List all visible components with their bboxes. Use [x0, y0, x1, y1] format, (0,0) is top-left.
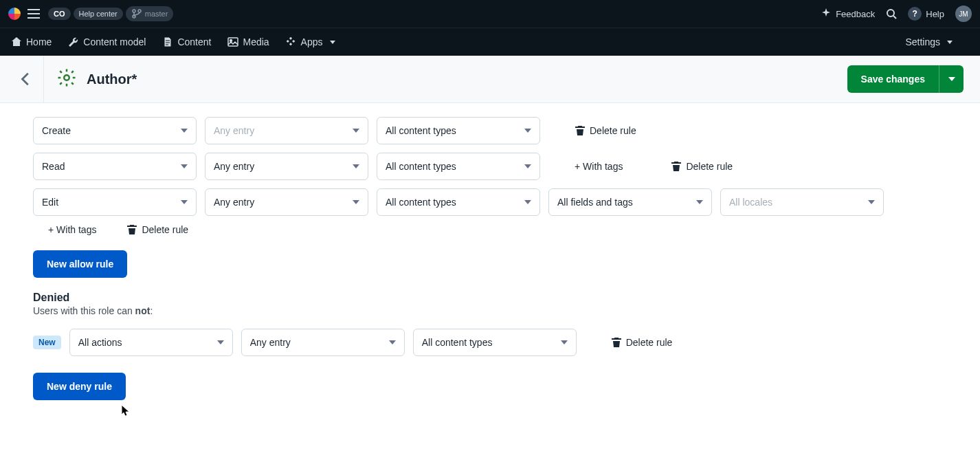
feedback-link[interactable]: Feedback — [821, 8, 875, 19]
scope-select[interactable]: Any entry — [205, 188, 368, 216]
select-value: All actions — [78, 337, 122, 348]
chevron-down-icon — [516, 164, 531, 168]
content-type-select[interactable]: All content types — [377, 117, 540, 144]
select-value: Any entry — [214, 161, 254, 172]
scope-select[interactable]: Any entry — [241, 329, 405, 356]
chevron-down-icon — [516, 200, 531, 204]
save-button-dropdown[interactable] — [939, 65, 964, 93]
select-value: Read — [42, 161, 65, 172]
select-value: All content types — [386, 161, 456, 172]
nav-settings-label: Settings — [905, 36, 940, 47]
select-value: Any entry — [250, 337, 291, 348]
help-menu[interactable]: ? Help — [908, 7, 944, 21]
chevron-down-icon — [688, 200, 703, 204]
chevron-down-icon — [381, 340, 396, 344]
new-badge: New — [33, 336, 61, 349]
with-tags-label: + With tags — [575, 161, 623, 172]
chevron-down-icon — [172, 200, 188, 204]
chevron-down-icon — [553, 340, 568, 344]
new-deny-rule-button[interactable]: New deny rule — [33, 373, 126, 400]
org-badge[interactable]: CO — [48, 8, 71, 20]
chevron-left-icon — [19, 72, 34, 87]
save-button-label: Save changes — [847, 65, 939, 93]
denied-section-header: Denied Users with this role can not: — [33, 292, 980, 316]
help-center-link[interactable]: Help center — [74, 8, 123, 20]
chevron-down-icon — [516, 129, 531, 133]
role-gear-icon — [56, 67, 77, 91]
help-center-label: Help center — [79, 10, 118, 18]
delete-rule-button[interactable]: Delete rule — [665, 161, 738, 172]
hamburger-icon[interactable] — [27, 9, 40, 19]
branch-icon — [131, 8, 142, 19]
rules-panel: Create Any entry All content types Delet… — [0, 103, 980, 471]
search-button[interactable] — [886, 8, 897, 19]
svg-point-2 — [138, 10, 141, 12]
branch-pill[interactable]: master — [126, 6, 174, 21]
action-select[interactable]: Create — [33, 117, 197, 144]
allow-rule-row: Edit Any entry All content types All fie… — [33, 188, 980, 216]
trash-icon — [126, 224, 137, 235]
delete-rule-button[interactable]: Delete rule — [121, 224, 194, 235]
with-tags-button[interactable]: + With tags — [43, 224, 102, 235]
chevron-down-icon — [344, 200, 359, 204]
nav-apps-label: Apps — [301, 36, 323, 47]
action-select[interactable]: All actions — [69, 329, 233, 356]
content-type-select[interactable]: All content types — [377, 188, 540, 216]
chevron-down-icon — [344, 164, 359, 168]
user-avatar[interactable]: JM — [955, 6, 972, 22]
avatar-initials: JM — [955, 6, 972, 22]
delete-rule-label: Delete rule — [686, 161, 733, 172]
select-value: All content types — [386, 197, 456, 208]
wrench-icon — [68, 36, 79, 47]
brand-logo[interactable] — [8, 8, 21, 20]
apps-icon — [286, 36, 297, 47]
branch-name: master — [145, 10, 168, 18]
nav-settings[interactable]: Settings — [905, 36, 953, 47]
image-icon — [227, 36, 238, 47]
select-value: All locales — [729, 197, 772, 208]
feedback-label: Feedback — [836, 9, 875, 19]
allow-rule-row: Create Any entry All content types Delet… — [33, 117, 980, 144]
svg-point-0 — [133, 10, 135, 12]
nav-home[interactable]: Home — [11, 36, 52, 47]
select-value: All content types — [422, 337, 493, 348]
action-select[interactable]: Read — [33, 153, 197, 180]
deny-rule-row: New All actions Any entry All content ty… — [33, 329, 980, 356]
svg-rect-4 — [228, 38, 238, 46]
sparkle-icon — [821, 8, 832, 19]
content-type-select[interactable]: All content types — [377, 153, 540, 180]
back-button[interactable] — [8, 56, 44, 102]
delete-rule-label: Delete rule — [142, 224, 188, 235]
select-value: Create — [42, 125, 71, 136]
scope-select[interactable]: Any entry — [205, 153, 368, 180]
content-type-select[interactable]: All content types — [413, 329, 577, 356]
fields-select[interactable]: All fields and tags — [548, 188, 712, 216]
page-title: Author* — [87, 72, 137, 87]
with-tags-button[interactable]: + With tags — [569, 161, 628, 172]
topbar: CO Help center master Feedback ? Help JM — [0, 0, 980, 28]
locales-select[interactable]: All locales — [720, 188, 884, 216]
save-changes-button[interactable]: Save changes — [847, 65, 964, 93]
select-value: Any entry — [214, 197, 254, 208]
denied-subtext-prefix: Users with this role can — [33, 305, 135, 316]
chevron-down-icon — [209, 340, 224, 344]
page-header: Author* Save changes — [0, 56, 980, 103]
chevron-down-icon — [344, 129, 359, 133]
nav-home-label: Home — [26, 36, 52, 47]
delete-rule-label: Delete rule — [590, 125, 636, 136]
denied-heading: Denied — [33, 292, 980, 304]
nav-content[interactable]: Content — [162, 36, 211, 47]
nav-content-model[interactable]: Content model — [68, 36, 146, 47]
delete-rule-button[interactable]: Delete rule — [569, 125, 642, 136]
navbar: Home Content model Content Media Apps Se… — [0, 28, 980, 56]
nav-apps[interactable]: Apps — [286, 36, 335, 47]
allow-rule-row: Read Any entry All content types + With … — [33, 153, 980, 180]
delete-rule-button[interactable]: Delete rule — [605, 337, 678, 348]
action-select[interactable]: Edit — [33, 188, 197, 216]
new-allow-rule-button[interactable]: New allow rule — [33, 250, 127, 278]
scope-select[interactable]: Any entry — [205, 117, 368, 144]
denied-subtext-suffix: : — [150, 305, 153, 316]
nav-media[interactable]: Media — [227, 36, 269, 47]
denied-subtext-bold: not — [135, 305, 151, 316]
svg-point-6 — [64, 75, 69, 80]
